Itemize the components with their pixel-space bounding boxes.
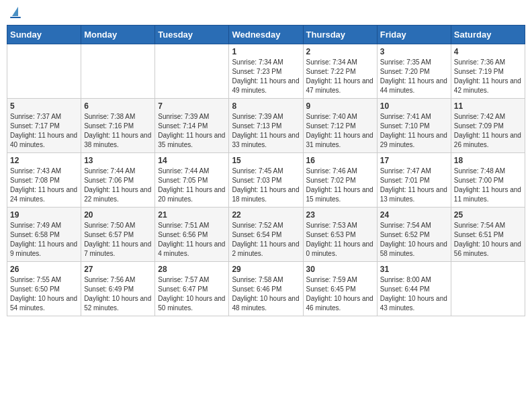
calendar-cell: 8Sunrise: 7:39 AM Sunset: 7:13 PM Daylig… [229,99,303,153]
calendar-cell: 17Sunrise: 7:47 AM Sunset: 7:01 PM Dayli… [377,153,451,208]
day-details: Sunrise: 7:34 AM Sunset: 7:23 PM Dayligh… [232,58,300,95]
calendar-cell: 5Sunrise: 7:37 AM Sunset: 7:17 PM Daylig… [7,99,81,153]
day-details: Sunrise: 7:35 AM Sunset: 7:20 PM Dayligh… [380,58,448,95]
calendar-cell: 12Sunrise: 7:43 AM Sunset: 7:08 PM Dayli… [7,153,81,208]
day-details: Sunrise: 7:50 AM Sunset: 6:57 PM Dayligh… [84,221,152,259]
day-number: 15 [232,156,300,165]
day-details: Sunrise: 7:37 AM Sunset: 7:17 PM Dayligh… [10,112,78,150]
day-number: 6 [84,101,152,111]
calendar-cell: 1Sunrise: 7:34 AM Sunset: 7:23 PM Daylig… [229,44,303,99]
calendar-cell: 29Sunrise: 7:58 AM Sunset: 6:46 PM Dayli… [229,262,303,316]
calendar-cell [451,262,525,316]
day-of-week-header: Thursday [303,26,377,44]
day-details: Sunrise: 7:57 AM Sunset: 6:47 PM Dayligh… [158,275,226,313]
day-details: Sunrise: 7:40 AM Sunset: 7:12 PM Dayligh… [306,112,374,150]
calendar-cell: 30Sunrise: 7:59 AM Sunset: 6:45 PM Dayli… [303,262,377,316]
logo [10,7,21,18]
day-of-week-header: Wednesday [229,26,303,44]
day-details: Sunrise: 7:55 AM Sunset: 6:50 PM Dayligh… [10,275,78,313]
calendar-cell: 11Sunrise: 7:42 AM Sunset: 7:09 PM Dayli… [451,99,525,153]
day-details: Sunrise: 7:46 AM Sunset: 7:02 PM Dayligh… [306,167,374,204]
calendar-cell [81,44,155,99]
day-number: 19 [10,210,78,220]
day-number: 26 [10,265,78,274]
day-number: 2 [306,47,374,56]
day-of-week-header: Tuesday [155,26,229,44]
calendar-week-row: 19Sunrise: 7:49 AM Sunset: 6:58 PM Dayli… [7,208,525,262]
day-number: 20 [84,210,152,220]
day-details: Sunrise: 7:43 AM Sunset: 7:08 PM Dayligh… [10,167,78,204]
day-details: Sunrise: 7:51 AM Sunset: 6:56 PM Dayligh… [158,221,226,259]
calendar-cell: 23Sunrise: 7:53 AM Sunset: 6:53 PM Dayli… [303,208,377,262]
day-details: Sunrise: 7:52 AM Sunset: 6:54 PM Dayligh… [232,221,300,259]
day-number: 31 [380,265,448,274]
day-number: 7 [158,101,226,111]
calendar-week-row: 5Sunrise: 7:37 AM Sunset: 7:17 PM Daylig… [7,99,525,153]
calendar-cell: 24Sunrise: 7:54 AM Sunset: 6:52 PM Dayli… [377,208,451,262]
day-of-week-header: Monday [81,26,155,44]
calendar-cell: 31Sunrise: 8:00 AM Sunset: 6:44 PM Dayli… [377,262,451,316]
calendar-cell: 18Sunrise: 7:48 AM Sunset: 7:00 PM Dayli… [451,153,525,208]
calendar-cell [7,44,81,99]
day-number: 11 [454,101,522,111]
calendar-week-row: 26Sunrise: 7:55 AM Sunset: 6:50 PM Dayli… [7,262,525,316]
day-details: Sunrise: 7:44 AM Sunset: 7:06 PM Dayligh… [84,167,152,204]
day-details: Sunrise: 7:59 AM Sunset: 6:45 PM Dayligh… [306,275,374,313]
calendar-cell: 14Sunrise: 7:44 AM Sunset: 7:05 PM Dayli… [155,153,229,208]
day-details: Sunrise: 7:47 AM Sunset: 7:01 PM Dayligh… [380,167,448,204]
calendar-cell: 15Sunrise: 7:45 AM Sunset: 7:03 PM Dayli… [229,153,303,208]
calendar-header-row: SundayMondayTuesdayWednesdayThursdayFrid… [7,26,525,44]
day-number: 18 [454,156,522,165]
calendar-week-row: 1Sunrise: 7:34 AM Sunset: 7:23 PM Daylig… [7,44,525,99]
day-number: 4 [454,47,522,56]
day-number: 24 [380,210,448,220]
calendar-cell: 10Sunrise: 7:41 AM Sunset: 7:10 PM Dayli… [377,99,451,153]
day-details: Sunrise: 7:41 AM Sunset: 7:10 PM Dayligh… [380,112,448,150]
calendar-cell: 21Sunrise: 7:51 AM Sunset: 6:56 PM Dayli… [155,208,229,262]
calendar-cell: 4Sunrise: 7:36 AM Sunset: 7:19 PM Daylig… [451,44,525,99]
day-details: Sunrise: 7:39 AM Sunset: 7:13 PM Dayligh… [232,112,300,150]
day-number: 3 [380,47,448,56]
calendar-cell: 20Sunrise: 7:50 AM Sunset: 6:57 PM Dayli… [81,208,155,262]
logo-blue [10,17,21,18]
day-details: Sunrise: 7:44 AM Sunset: 7:05 PM Dayligh… [158,167,226,204]
calendar-cell: 2Sunrise: 7:34 AM Sunset: 7:22 PM Daylig… [303,44,377,99]
calendar-cell: 9Sunrise: 7:40 AM Sunset: 7:12 PM Daylig… [303,99,377,153]
day-number: 30 [306,265,374,274]
calendar-cell: 6Sunrise: 7:38 AM Sunset: 7:16 PM Daylig… [81,99,155,153]
day-details: Sunrise: 7:38 AM Sunset: 7:16 PM Dayligh… [84,112,152,150]
calendar-cell: 19Sunrise: 7:49 AM Sunset: 6:58 PM Dayli… [7,208,81,262]
day-number: 10 [380,101,448,111]
calendar-cell: 3Sunrise: 7:35 AM Sunset: 7:20 PM Daylig… [377,44,451,99]
calendar-cell [155,44,229,99]
day-details: Sunrise: 7:53 AM Sunset: 6:53 PM Dayligh… [306,221,374,259]
calendar-cell: 22Sunrise: 7:52 AM Sunset: 6:54 PM Dayli… [229,208,303,262]
day-details: Sunrise: 7:39 AM Sunset: 7:14 PM Dayligh… [158,112,226,150]
day-details: Sunrise: 7:36 AM Sunset: 7:19 PM Dayligh… [454,58,522,95]
day-details: Sunrise: 7:49 AM Sunset: 6:58 PM Dayligh… [10,221,78,259]
day-number: 21 [158,210,226,220]
day-details: Sunrise: 7:45 AM Sunset: 7:03 PM Dayligh… [232,167,300,204]
day-number: 13 [84,156,152,165]
day-number: 9 [306,101,374,111]
day-number: 27 [84,265,152,274]
day-details: Sunrise: 7:42 AM Sunset: 7:09 PM Dayligh… [454,112,522,150]
calendar-cell: 26Sunrise: 7:55 AM Sunset: 6:50 PM Dayli… [7,262,81,316]
day-details: Sunrise: 7:48 AM Sunset: 7:00 PM Dayligh… [454,167,522,204]
day-number: 17 [380,156,448,165]
day-number: 22 [232,210,300,220]
day-details: Sunrise: 7:54 AM Sunset: 6:51 PM Dayligh… [454,221,522,259]
day-number: 25 [454,210,522,220]
calendar-cell: 13Sunrise: 7:44 AM Sunset: 7:06 PM Dayli… [81,153,155,208]
day-details: Sunrise: 7:56 AM Sunset: 6:49 PM Dayligh… [84,275,152,313]
day-number: 29 [232,265,300,274]
calendar-cell: 16Sunrise: 7:46 AM Sunset: 7:02 PM Dayli… [303,153,377,208]
day-number: 16 [306,156,374,165]
day-details: Sunrise: 8:00 AM Sunset: 6:44 PM Dayligh… [380,275,448,313]
day-of-week-header: Sunday [7,26,81,44]
day-number: 23 [306,210,374,220]
calendar-cell: 25Sunrise: 7:54 AM Sunset: 6:51 PM Dayli… [451,208,525,262]
day-number: 12 [10,156,78,165]
day-number: 28 [158,265,226,274]
day-number: 8 [232,101,300,111]
